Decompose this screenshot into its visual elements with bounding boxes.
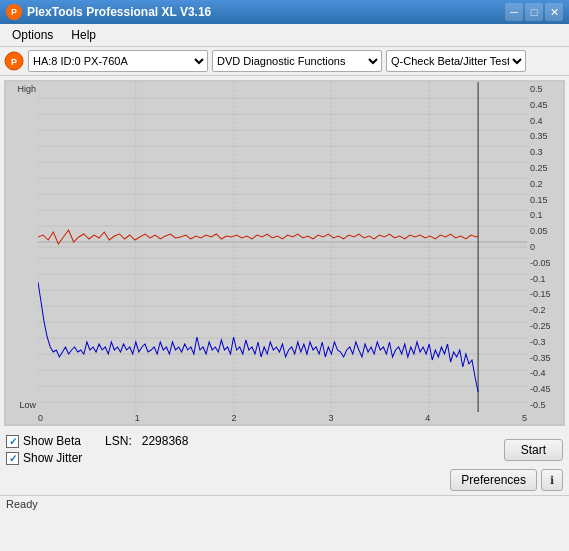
menu-help[interactable]: Help — [63, 26, 104, 44]
lsn-label: LSN: — [105, 434, 132, 448]
status-bar: Ready — [0, 495, 569, 512]
title-bar: P PlexTools Professional XL V3.16 ─ □ ✕ — [0, 0, 569, 24]
status-text: Ready — [6, 498, 38, 510]
show-beta-label: Show Beta — [23, 434, 81, 448]
close-button[interactable]: ✕ — [545, 3, 563, 21]
y-axis-left: High Low — [6, 82, 38, 412]
show-jitter-checkbox[interactable]: ✓ — [6, 452, 19, 465]
y-label-low: Low — [6, 400, 36, 410]
jitter-row: ✓ Show Jitter — [6, 451, 188, 465]
menu-options[interactable]: Options — [4, 26, 61, 44]
show-jitter-label: Show Jitter — [23, 451, 82, 465]
chart-svg — [38, 82, 527, 412]
chart-container: High Low — [4, 80, 565, 426]
action-buttons: Start — [504, 439, 563, 461]
function-select[interactable]: DVD Diagnostic Functions — [212, 50, 382, 72]
drive-select[interactable]: HA:8 ID:0 PX-760A — [28, 50, 208, 72]
chart-plot — [38, 82, 527, 412]
x-axis: 0 1 2 3 4 5 — [6, 412, 563, 424]
checkbox-panel: ✓ Show Beta LSN: 2298368 ✓ Show Jitter — [6, 434, 188, 465]
toolbar: P HA:8 ID:0 PX-760A DVD Diagnostic Funct… — [0, 47, 569, 76]
start-button[interactable]: Start — [504, 439, 563, 461]
prefs-row: Preferences ℹ — [6, 469, 563, 491]
preferences-button[interactable]: Preferences — [450, 469, 537, 491]
y-axis-right: 0.5 0.45 0.4 0.35 0.3 0.25 0.2 0.15 0.1 … — [527, 82, 563, 412]
svg-text:P: P — [11, 57, 17, 67]
show-beta-checkbox[interactable]: ✓ — [6, 435, 19, 448]
menu-bar: Options Help — [0, 24, 569, 47]
app-title: PlexTools Professional XL V3.16 — [27, 5, 211, 19]
lsn-value: 2298368 — [142, 434, 189, 448]
minimize-button[interactable]: ─ — [505, 3, 523, 21]
maximize-button[interactable]: □ — [525, 3, 543, 21]
info-button[interactable]: ℹ — [541, 469, 563, 491]
bottom-panel: ✓ Show Beta LSN: 2298368 ✓ Show Jitter S… — [0, 430, 569, 495]
y-label-high: High — [6, 84, 36, 94]
beta-row: ✓ Show Beta LSN: 2298368 — [6, 434, 188, 448]
app-icon: P — [6, 4, 22, 20]
test-select[interactable]: Q-Check Beta/Jitter Test — [386, 50, 526, 72]
drive-icon: P — [4, 51, 24, 71]
